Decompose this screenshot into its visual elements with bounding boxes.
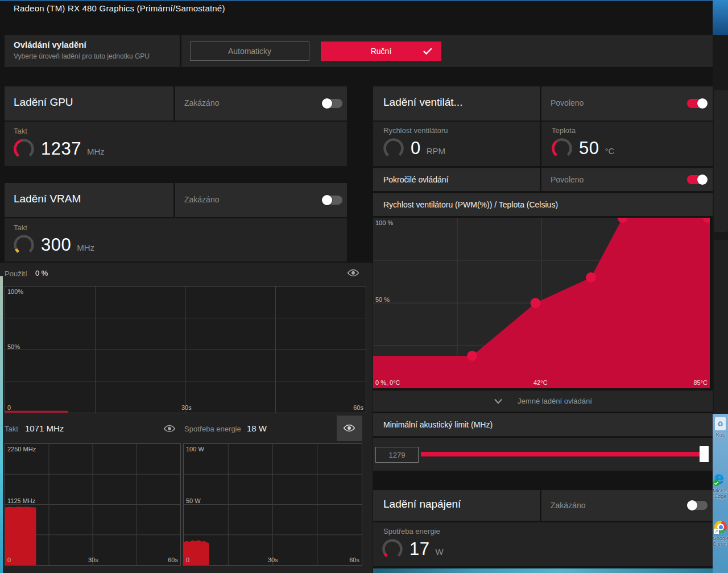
fan-curve-title-row: Rychlost ventilátoru (PWM(%)) / Teplota … — [373, 193, 713, 216]
power-history-plot — [184, 444, 362, 565]
power-usage-label: Spotřeba energie — [383, 527, 440, 535]
vram-tuning-toggle[interactable] — [322, 196, 342, 205]
divider — [173, 183, 175, 217]
desktop-wallpaper-bottom-strip — [373, 568, 713, 573]
acoustic-limit-slider-handle[interactable] — [700, 446, 709, 462]
power-usage-unit: W — [435, 547, 443, 557]
tuning-control-bar: Ovládání vyladění Vyberte úroveň ladění … — [5, 35, 713, 67]
background-window-area — [713, 35, 728, 414]
power-tuning-toggle[interactable] — [687, 501, 708, 510]
fine-tuning-expander[interactable]: Jemné ladění ovládání — [373, 391, 713, 412]
microsoft-edge-label: Microsoft Edge — [713, 488, 728, 500]
fan-curve-title: Rychlost ventilátoru (PWM(%)) / Teplota … — [383, 200, 558, 209]
power-visibility-eye-icon — [343, 422, 355, 434]
vram-clock-label: Takt — [14, 223, 27, 232]
monitors-panel: Použití 0 % 100% 50% 0 30s 60s Takt 1071… — [0, 263, 373, 573]
shortcut-arrow-badge-icon: ↗ — [714, 529, 719, 534]
recycle-bin-label: Koš — [713, 432, 728, 438]
divider — [540, 168, 541, 191]
manual-tuning-label: Ruční — [371, 47, 392, 56]
vram-clock-unit: MHz — [77, 243, 94, 252]
desktop-wallpaper: ♻ Koš e Microsoft Edge ↗ Google Chrome — [713, 414, 728, 573]
fan-tuning-title: Ladění ventilát... — [383, 96, 462, 109]
background-window-panel — [714, 90, 728, 232]
fan-speed-label: Rychlost ventilátoru — [383, 126, 448, 135]
temperature-unit: °C — [605, 146, 614, 156]
power-tuning-state: Zakázáno — [551, 501, 585, 510]
temperature-value: 50 — [579, 138, 599, 159]
fine-tuning-label: Jemné ladění ovládání — [518, 397, 592, 405]
check-icon — [423, 48, 432, 55]
power-usage-value: 17 — [410, 539, 429, 559]
advanced-control-toggle[interactable] — [687, 175, 708, 184]
wattman-window: Radeon (TM) RX 480 Graphics (Primární/Sa… — [0, 0, 728, 573]
vram-clock-value: 300 — [41, 235, 71, 255]
manual-tuning-button[interactable]: Ruční — [321, 41, 441, 61]
clock-monitor-label: Takt — [5, 425, 18, 433]
page-title: Radeon (TM) RX 480 Graphics (Primární/Sa… — [14, 3, 225, 13]
gpu-clock-label: Takt — [14, 127, 27, 135]
divider — [180, 35, 181, 67]
vram-tuning-card: Ladění VRAM Zakázáno Takt 300 MHz — [5, 183, 347, 261]
fan-tuning-toggle[interactable] — [687, 99, 708, 108]
power-history-chart: 100 W 50 W 0 30s 60s — [183, 443, 362, 566]
desktop-strip: ♻ Koš e Microsoft Edge ↗ Google Chrome — [713, 0, 728, 573]
fan-curve-plot[interactable] — [373, 218, 710, 388]
usage-history-plot — [5, 286, 366, 413]
fan-tuning-header: Ladění ventilát... Povoleno — [373, 86, 713, 121]
google-chrome-label: Google Chrome — [713, 535, 728, 547]
temperature-gauge — [551, 137, 573, 160]
gpu-tuning-state: Zakázáno — [184, 98, 219, 107]
power-tuning-title: Ladění napájení — [383, 498, 461, 510]
gpu-tuning-title: Ladění GPU — [14, 96, 73, 109]
advanced-control-state: Povoleno — [551, 175, 584, 184]
acoustic-limit-row: Minimální akustický limit (MHz) — [373, 413, 713, 436]
fan-speed-value: 0 — [411, 138, 421, 159]
fan-tuning-body: Rychlost ventilátoru 0 RPM Teplota 50 °C — [373, 122, 713, 166]
vram-tuning-state: Zakázáno — [184, 195, 219, 204]
vram-tuning-title: Ladění VRAM — [14, 193, 81, 205]
divider — [540, 122, 541, 166]
gpu-clock-value: 1237 — [41, 139, 81, 159]
gpu-tuning-toggle[interactable] — [322, 99, 342, 108]
window-top-border — [0, 0, 713, 1]
divider — [540, 490, 541, 521]
fan-speed-unit: RPM — [427, 146, 445, 156]
divider — [173, 86, 175, 121]
power-tuning-header: Ladění napájení Zakázáno — [373, 490, 713, 521]
auto-tuning-button[interactable]: Automaticky — [190, 41, 309, 61]
acoustic-limit-slider-row — [373, 438, 713, 471]
clock-visibility-eye-icon[interactable] — [163, 422, 176, 435]
clock-monitor-value: 1071 MHz — [25, 423, 64, 433]
gpu-clock-gauge — [13, 138, 35, 160]
gpu-tuning-card: Ladění GPU Zakázáno Takt 1237 MHz — [5, 86, 347, 166]
usage-history-chart: 100% 50% 0 30s 60s — [5, 286, 366, 413]
desktop-wallpaper-top — [713, 0, 728, 35]
chevron-down-icon — [494, 398, 503, 404]
power-visibility-button[interactable] — [337, 416, 362, 441]
power-monitor-value: 18 W — [247, 423, 267, 433]
power-tuning-body: Spotřeba energie 17 W — [373, 522, 713, 566]
acoustic-limit-slider-track[interactable] — [421, 452, 705, 456]
usage-visibility-eye-icon[interactable] — [347, 267, 359, 279]
divider — [540, 86, 541, 121]
power-monitor-label: Spotřeba energie — [184, 425, 241, 433]
vram-clock-gauge — [13, 234, 35, 256]
clock-history-chart: 2250 MHz 1125 MHz 0 30s 60s — [5, 443, 181, 566]
usage-monitor-value: 0 % — [35, 269, 48, 277]
advanced-control-label: Pokročilé ovládání — [383, 175, 448, 184]
fan-tuning-state: Povoleno — [551, 98, 584, 107]
acoustic-limit-label: Minimální akustický limit (MHz) — [383, 420, 493, 429]
fan-speed-gauge — [382, 137, 405, 160]
advanced-control-row: Pokročilé ovládání Povoleno — [373, 168, 713, 191]
acoustic-limit-input[interactable] — [375, 447, 419, 463]
recycle-bin-icon[interactable]: ♻ — [715, 417, 726, 430]
temperature-label: Teplota — [552, 126, 576, 135]
gpu-clock-unit: MHz — [87, 147, 105, 156]
edge-status-badge-icon — [713, 480, 719, 486]
tuning-control-heading: Ovládání vyladění — [14, 40, 86, 49]
clock-history-plot — [5, 444, 180, 565]
desktop-wallpaper-left-sliver — [0, 276, 3, 573]
fan-curve-chart: 100 % 50 % 0 %, 0°C 42°C 85°C — [373, 218, 710, 388]
power-usage-gauge — [381, 538, 404, 560]
